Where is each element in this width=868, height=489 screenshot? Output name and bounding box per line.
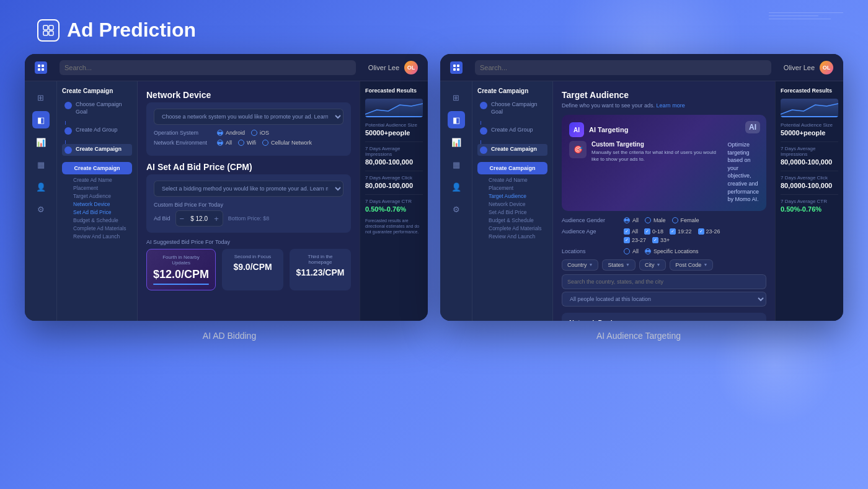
network-device-select[interactable]: Choose a network system you would like t… bbox=[154, 109, 343, 125]
svg-rect-12 bbox=[457, 68, 459, 71]
dropdown-city[interactable]: City ▼ bbox=[639, 259, 666, 271]
right-create-campaign-btn[interactable]: Create Campaign bbox=[477, 162, 547, 174]
location-specific-label: Specific Locations bbox=[653, 248, 699, 254]
sidebar-icon-chart[interactable]: 📊 bbox=[32, 133, 50, 151]
svg-rect-9 bbox=[453, 65, 456, 67]
radio-ios[interactable]: iOS bbox=[251, 130, 269, 136]
step-sub-materials[interactable]: Complete Ad Materials bbox=[62, 225, 132, 231]
target-learn-more[interactable]: Learn more bbox=[657, 102, 685, 109]
bid-minus-btn[interactable]: − bbox=[180, 215, 185, 223]
right-campaign-nav: Create Campaign Choose Campaign Goal Cre… bbox=[472, 81, 553, 321]
bid-card-2-value: $9.0/CPM bbox=[228, 262, 277, 272]
create-campaign-btn[interactable]: Create Campaign bbox=[62, 162, 132, 174]
gender-all[interactable]: All bbox=[624, 217, 639, 223]
right-step-campaign[interactable]: Create Campaign bbox=[477, 144, 547, 156]
sidebar-icon-settings[interactable]: ⚙ bbox=[32, 200, 50, 218]
step-sub-placement[interactable]: Placement bbox=[62, 185, 132, 191]
right-step-sub-network[interactable]: Network Device bbox=[477, 201, 547, 207]
dropdown-postcode[interactable]: Post Code ▼ bbox=[670, 259, 713, 271]
right-step-sub-materials[interactable]: Complete Ad Materials bbox=[477, 225, 547, 231]
right-step-goal[interactable]: Choose Campaign Goal bbox=[477, 99, 547, 117]
age-33plus[interactable]: ✓ 33+ bbox=[652, 237, 670, 243]
age-checkbox-group: ✓ All ✓ 0-18 ✓ 19:22 ✓ 2 bbox=[624, 228, 720, 235]
location-select[interactable]: All people located at this location bbox=[562, 292, 766, 307]
radio-dot-wifi bbox=[238, 140, 244, 146]
locations-label: Locations bbox=[562, 248, 624, 254]
dropdown-states[interactable]: States ▼ bbox=[602, 259, 635, 271]
left-forecast-value-3: 80,000-100,000 bbox=[365, 182, 423, 189]
right-sidebar-icon-chart[interactable]: 📊 bbox=[448, 133, 465, 151]
right-step-sub-review[interactable]: Review And Launch bbox=[477, 233, 547, 240]
sidebar-icon-user[interactable]: 👤 bbox=[32, 178, 50, 195]
radio-wifi[interactable]: Wifi bbox=[238, 140, 256, 146]
right-campaign-nav-title: Create Campaign bbox=[477, 87, 547, 94]
left-forecast-value-2: 80,000-100,000 bbox=[365, 158, 423, 166]
right-step-sub-bid[interactable]: Set Ad Bid Price bbox=[477, 209, 547, 215]
right-sidebar-icon-home[interactable]: ⊞ bbox=[448, 89, 465, 106]
left-campaign-nav-title: Create Campaign bbox=[62, 87, 132, 94]
radio-all[interactable]: All bbox=[217, 140, 232, 146]
step-sub-network[interactable]: Network Device bbox=[62, 201, 132, 207]
gender-radio-group: All Male Female bbox=[624, 217, 699, 223]
age-0-18[interactable]: ✓ 0-18 bbox=[644, 228, 663, 235]
right-forecast-panel: Forecasted Results Potential Audience Si… bbox=[775, 81, 843, 321]
bid-card-2[interactable]: Second in Focus $9.0/CPM bbox=[222, 249, 283, 290]
left-user: Oliver Lee OL bbox=[368, 61, 418, 74]
bid-card-1[interactable]: Fourth in Nearby Updates $12.0/CPM bbox=[146, 249, 216, 290]
age-23-26-label: 23-26 bbox=[706, 228, 720, 235]
right-sidebar-icon-campaign[interactable]: ◧ bbox=[448, 111, 465, 128]
right-step-sub-placement[interactable]: Placement bbox=[477, 185, 547, 191]
left-forecast-label-1: Potential Audience Size bbox=[365, 122, 423, 128]
bid-card-3[interactable]: Third in the homepage $11.23/CPM bbox=[290, 249, 351, 290]
age-23-27[interactable]: ✓ 23-27 bbox=[624, 237, 646, 243]
left-search-input[interactable] bbox=[60, 60, 356, 75]
step-goal[interactable]: Choose Campaign Goal bbox=[62, 99, 132, 117]
step-sub-budget[interactable]: Budget & Schedule bbox=[62, 217, 132, 223]
right-step-sub-budget[interactable]: Budget & Schedule bbox=[477, 217, 547, 223]
age-19-22[interactable]: ✓ 19:22 bbox=[670, 228, 692, 235]
operation-system-label: Operation System bbox=[154, 130, 210, 136]
panels-container: Oliver Lee OL ⊞ ◧ 📊 ▦ 👤 ⚙ Create Campaig… bbox=[0, 54, 868, 321]
location-search-input[interactable] bbox=[562, 274, 766, 289]
step-label-goal: Choose Campaign Goal bbox=[76, 101, 130, 115]
step-adgroup[interactable]: Create Ad Group bbox=[62, 125, 132, 137]
step-campaign[interactable]: Create Campaign bbox=[62, 144, 132, 156]
radio-android[interactable]: Android bbox=[217, 130, 245, 136]
gender-male-dot bbox=[645, 217, 651, 223]
radio-cellular[interactable]: Cellular Network bbox=[262, 140, 312, 146]
right-step-sub-adname[interactable]: Create Ad Name bbox=[477, 177, 547, 183]
left-forecast-value-4: 0.50%-0.76% bbox=[365, 205, 423, 213]
step-sub-bid[interactable]: Set Ad Bid Price bbox=[62, 209, 132, 215]
sidebar-icon-home[interactable]: ⊞ bbox=[32, 89, 50, 106]
sidebar-icon-campaign[interactable]: ◧ bbox=[32, 111, 50, 128]
right-forecast-value-3: 80,0000-100,000 bbox=[781, 182, 838, 189]
gender-male[interactable]: Male bbox=[645, 217, 666, 223]
right-step-adgroup[interactable]: Create Ad Group bbox=[477, 125, 547, 137]
age-23-26[interactable]: ✓ 23-26 bbox=[698, 228, 720, 235]
location-specific[interactable]: Specific Locations bbox=[645, 248, 699, 254]
bid-method-select[interactable]: Select a bidding method you would like t… bbox=[154, 181, 343, 197]
custom-bid-label: Custom Bid Price For Today bbox=[154, 202, 343, 208]
gender-female[interactable]: Female bbox=[672, 217, 699, 223]
dropdown-country[interactable]: Country ▼ bbox=[562, 259, 598, 271]
right-sidebar-icon-settings[interactable]: ⚙ bbox=[448, 200, 465, 218]
location-all[interactable]: All bbox=[624, 248, 639, 254]
location-dropdowns: Country ▼ States ▼ City ▼ Post Code ▼ bbox=[562, 259, 766, 271]
right-forecast-item-4: 7 Days Average CTR 0.50%-0.76% bbox=[781, 199, 838, 213]
bid-plus-btn[interactable]: + bbox=[214, 215, 219, 223]
radio-cellular-label: Cellular Network bbox=[271, 140, 312, 146]
step-sub-review[interactable]: Review And Launch bbox=[62, 233, 132, 240]
right-forecast-item-1: Potential Audience Size 50000+people bbox=[781, 122, 838, 137]
left-avatar: OL bbox=[404, 61, 418, 74]
sidebar-icon-grid[interactable]: ▦ bbox=[32, 156, 50, 173]
right-step-sub-target[interactable]: Target Audience bbox=[477, 193, 547, 199]
right-search-input[interactable] bbox=[475, 60, 771, 75]
right-forecast-label-4: 7 Days Average CTR bbox=[781, 199, 838, 204]
step-sub-adname[interactable]: Create Ad Name bbox=[62, 177, 132, 183]
page-title: Ad Prediction bbox=[67, 19, 196, 42]
step-dot-campaign bbox=[64, 146, 72, 154]
age-all[interactable]: ✓ All bbox=[624, 228, 638, 235]
right-sidebar-icon-grid[interactable]: ▦ bbox=[448, 156, 465, 173]
right-sidebar-icon-user[interactable]: 👤 bbox=[448, 178, 465, 195]
step-sub-target[interactable]: Target Audience bbox=[62, 193, 132, 199]
